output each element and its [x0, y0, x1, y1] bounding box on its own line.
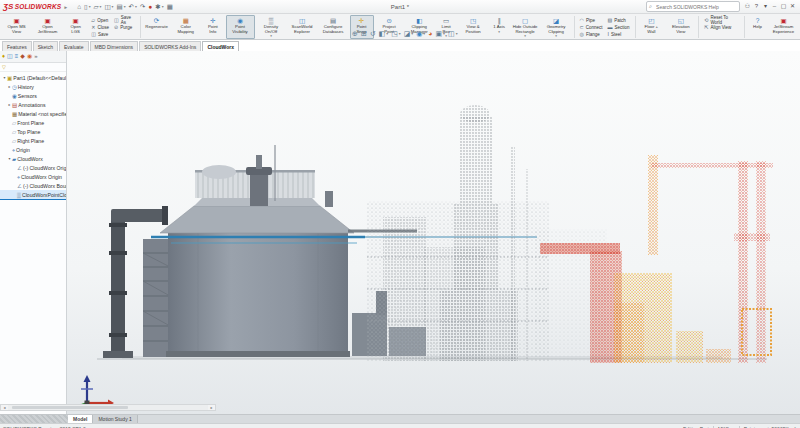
open-ms-view-button[interactable]: ▣Open MS View: [2, 15, 31, 39]
configurationmanager-tab-icon[interactable]: ≡: [15, 53, 19, 60]
jetstream-experience-button[interactable]: ▣JetStream Experience: [769, 15, 798, 39]
tree-item-cloudworx-boundingbox[interactable]: ∠(-) CloudWorx BoundingBox: [0, 181, 66, 190]
search-input[interactable]: [654, 2, 737, 12]
geometry-clipping-caret-icon[interactable]: ▾: [555, 35, 557, 38]
steel-button[interactable]: ⅠSteel: [605, 31, 631, 37]
section-view-button[interactable]: ◧▾: [379, 29, 389, 38]
elevation-view-button[interactable]: ◱Elevation View: [666, 15, 695, 39]
dimxpertmanager-tab-icon[interactable]: ◆: [20, 53, 25, 60]
floor-wall-button[interactable]: ◰Floor + Wall: [638, 15, 664, 39]
pipe-button[interactable]: ◠Pipe: [578, 17, 605, 23]
print-icon-caret[interactable]: ▾: [124, 4, 126, 9]
color-mapping-button[interactable]: ▦Color Mapping: [171, 15, 200, 39]
tree-filter-row[interactable]: ▽: [0, 63, 66, 72]
configure-databases-button[interactable]: ▤Configure Databases: [319, 15, 348, 39]
hide-show-items-button[interactable]: ◉▾: [416, 29, 425, 38]
point-info-button[interactable]: ✛Point Info: [202, 15, 223, 39]
scrollbar-track[interactable]: [8, 405, 208, 410]
print-icon[interactable]: ▤: [117, 3, 123, 11]
patch-button[interactable]: ▧Patch: [605, 17, 631, 23]
graphics-area[interactable]: [67, 51, 800, 414]
1-axis-button[interactable]: ∥1 Axis▾: [490, 15, 509, 39]
display-style-caret-icon[interactable]: ▾: [411, 31, 413, 36]
purge-button[interactable]: ⊘Purge: [112, 24, 137, 30]
undo-icon[interactable]: ↶: [129, 3, 134, 11]
regenerate-button[interactable]: ⟳Regenerate: [144, 15, 169, 39]
tab-solidworks-add-ins[interactable]: SOLIDWORKS Add-Ins: [139, 41, 201, 51]
redo-icon[interactable]: ↷: [140, 3, 145, 11]
scroll-right-arrow[interactable]: ▸: [208, 405, 215, 410]
section-view-caret-icon[interactable]: ▾: [386, 31, 388, 36]
file-properties-icon[interactable]: ▦: [167, 3, 173, 11]
new-document-icon[interactable]: ▯: [84, 3, 88, 11]
options-icon[interactable]: ✱: [155, 3, 160, 11]
point-visibility-button[interactable]: ◉Point Visibility: [226, 15, 255, 39]
tree-item-top-plane[interactable]: ▱Top Plane: [0, 127, 66, 136]
tab-mbd-dimensions[interactable]: MBD Dimensions: [90, 41, 139, 51]
tab-sketch[interactable]: Sketch: [33, 41, 58, 51]
view-orientation-caret-icon[interactable]: ▾: [399, 31, 401, 36]
tree-item-cloudworx-origin[interactable]: ⌖CloudWorx Origin: [0, 172, 66, 181]
tree-item-history[interactable]: ▸◷History: [0, 82, 66, 91]
help-icon[interactable]: ?: [752, 2, 761, 11]
restore-button[interactable]: ▢: [779, 2, 788, 11]
tab-cloudworx[interactable]: CloudWorx: [202, 41, 239, 51]
close-button[interactable]: ✕Close: [89, 24, 111, 30]
tree-item-annotations[interactable]: ▸▤Annotations: [0, 100, 66, 109]
search-box[interactable]: ⌕: [646, 1, 740, 12]
align-view-button[interactable]: ⇱Align View: [702, 24, 741, 30]
1-axis-caret-icon[interactable]: ▾: [498, 31, 500, 34]
open-button[interactable]: ▱Open: [89, 17, 111, 23]
doc-tab-motion-study-1[interactable]: Motion Study 1: [93, 415, 137, 423]
panel-splitter-handle[interactable]: [0, 415, 68, 423]
featuremanager-tab-icon[interactable]: ♦: [2, 53, 5, 60]
density-on-off-caret-icon[interactable]: ▾: [270, 35, 272, 38]
options-icon-caret[interactable]: ▾: [162, 4, 164, 9]
edit-appearance-button[interactable]: ◕: [428, 29, 432, 38]
tree-item-front-plane[interactable]: ▱Front Plane: [0, 118, 66, 127]
apply-scene-caret-icon[interactable]: ▾: [443, 31, 445, 36]
tab-features[interactable]: Features: [2, 41, 32, 51]
tree-item-sensors[interactable]: ◉Sensors: [0, 91, 66, 100]
rebuild-icon[interactable]: ●: [148, 3, 152, 11]
tree-item-material-not-specified[interactable]: ▦Material <not specified>: [0, 109, 66, 118]
close-button[interactable]: ✕: [788, 2, 797, 11]
view-settings-caret-icon[interactable]: ▾: [456, 31, 458, 36]
connect-button[interactable]: ⊂Connect: [578, 24, 605, 30]
view-position-button[interactable]: ◳View & Position: [459, 15, 488, 39]
open-lgs-button[interactable]: ▣Open LGS: [64, 15, 87, 39]
new-document-icon-caret[interactable]: ▾: [89, 4, 91, 9]
hide-outside-rectangle-caret-icon[interactable]: ▾: [524, 35, 526, 38]
zoom-to-fit-button[interactable]: ⊕: [352, 29, 358, 38]
menu-flyout-icon[interactable]: ▸: [64, 4, 67, 10]
hide-outside-rectangle-button[interactable]: ▢Hide Outside Rectangle▾: [511, 15, 540, 39]
tree-item-cloudworx-origin-3dsket[interactable]: ∠(-) CloudWorx Origin 3DSket: [0, 163, 66, 172]
save-as-button[interactable]: ◫Save As: [112, 17, 137, 23]
tree-item-origin[interactable]: ⌖Origin: [0, 145, 66, 154]
previous-view-button[interactable]: ↺: [370, 29, 376, 38]
save-icon[interactable]: ◫: [104, 3, 110, 11]
geometry-clipping-button[interactable]: ◪Geometry Clipping▾: [542, 15, 571, 39]
scroll-left-arrow[interactable]: ◂: [1, 405, 8, 410]
view-settings-button[interactable]: ◫▾: [448, 29, 458, 38]
open-document-icon-caret[interactable]: ▾: [100, 4, 102, 9]
display-style-button[interactable]: ◪▾: [404, 29, 414, 38]
save-icon-caret[interactable]: ▾: [112, 4, 114, 9]
density-on-off-button[interactable]: ▒Density On/Off▾: [257, 15, 286, 39]
help-button[interactable]: ?Help: [748, 15, 767, 39]
view-orientation-button[interactable]: ◳▾: [391, 29, 401, 38]
scrollbar-thumb[interactable]: [12, 406, 128, 409]
propertymanager-tab-icon[interactable]: ◫: [7, 53, 13, 60]
flange-button[interactable]: ◎Flange: [578, 31, 605, 37]
panel-expand-icon[interactable]: »: [34, 53, 37, 60]
tree-item-right-plane[interactable]: ▱Right Plane: [0, 136, 66, 145]
scanworld-explorer-button[interactable]: ◫ScanWorld Explorer: [288, 15, 317, 39]
tree-item-cloudworx[interactable]: ▾▰CloudWorx: [0, 154, 66, 163]
filter-icon[interactable]: ▽: [2, 64, 6, 71]
minimize-button[interactable]: –: [770, 2, 779, 11]
section-button[interactable]: ▬Section: [605, 24, 631, 30]
sign-in-icon[interactable]: ⚇: [743, 2, 752, 11]
help-caret-icon[interactable]: ▾: [761, 2, 770, 11]
hide-show-items-caret-icon[interactable]: ▾: [423, 31, 425, 36]
home-icon[interactable]: ⌂: [77, 3, 81, 11]
